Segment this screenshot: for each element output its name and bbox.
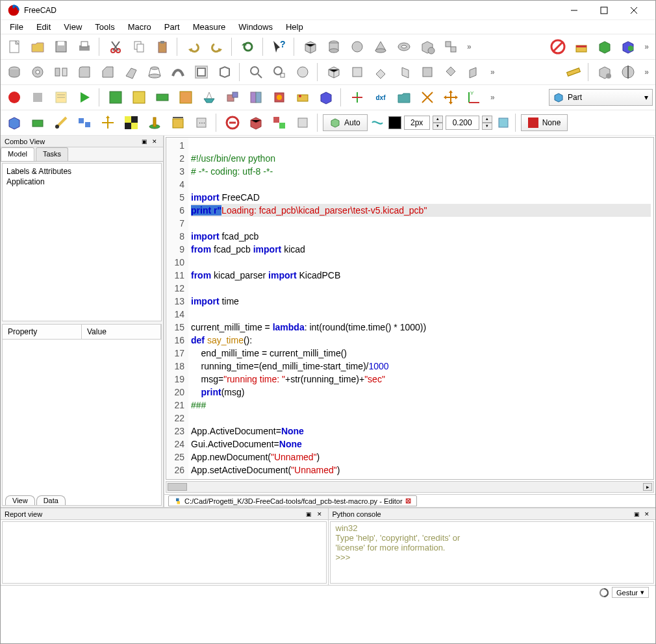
tab-view[interactable]: View (5, 495, 35, 505)
ksu-5[interactable] (198, 86, 220, 108)
cross-section-button[interactable] (617, 61, 639, 83)
refresh-button[interactable] (237, 36, 259, 58)
copy-button[interactable] (128, 36, 150, 58)
ksu-10[interactable] (315, 86, 337, 108)
pyconsole-close-button[interactable]: ✕ (642, 510, 651, 519)
view-left-button[interactable] (463, 61, 485, 83)
ksu-6[interactable] (221, 86, 244, 108)
ksub-10[interactable] (221, 112, 244, 134)
sweep-button[interactable] (167, 61, 189, 83)
menu-view[interactable]: View (58, 21, 87, 33)
save-button[interactable] (50, 36, 72, 58)
tab-data[interactable]: Data (36, 495, 66, 505)
python-console-body[interactable]: win32 Type 'help', 'copyright', 'credits… (330, 521, 655, 584)
menu-edit[interactable]: Edit (31, 21, 56, 33)
cube-green-icon[interactable] (594, 36, 616, 58)
ksub-3[interactable] (50, 112, 72, 134)
ksub-2[interactable] (27, 112, 49, 134)
mirror-button[interactable] (50, 61, 72, 83)
ksu-8[interactable] (268, 86, 290, 108)
zoom-fit-button[interactable] (245, 61, 267, 83)
view-front-button[interactable] (346, 61, 368, 83)
toolbar-overflow-icon-2[interactable]: » (640, 42, 653, 51)
panel-float-button[interactable]: ▣ (140, 137, 149, 146)
ksu-2[interactable] (128, 86, 150, 108)
minimize-button[interactable] (559, 1, 589, 20)
ksub-13[interactable] (292, 112, 314, 134)
thickness-button[interactable] (214, 61, 236, 83)
toolbar-overflow-4[interactable]: » (640, 68, 653, 77)
ksu-4[interactable] (175, 86, 197, 108)
move-icon[interactable] (440, 86, 462, 108)
view-rear-button[interactable] (416, 61, 438, 83)
view-right-button[interactable] (393, 61, 415, 83)
measure-button[interactable] (562, 61, 585, 83)
ksub-4[interactable] (73, 112, 95, 134)
menu-part[interactable]: Part (159, 21, 185, 33)
ruled-surface-button[interactable] (120, 61, 142, 83)
part-torus-button[interactable] (393, 36, 415, 58)
zoom-select-button[interactable] (268, 61, 290, 83)
editor-file-tab[interactable]: C:/Cad/Progetti_K/3D-FreeCad-tools/fcad_… (168, 495, 417, 506)
section-button[interactable] (594, 61, 616, 83)
prop-col-property[interactable]: Property (3, 325, 82, 339)
editor-tab-close[interactable]: ⊠ (405, 497, 411, 505)
part-primitive-button[interactable] (416, 36, 438, 58)
close-button[interactable] (619, 1, 649, 20)
maximize-button[interactable] (589, 1, 619, 20)
undo-button[interactable] (183, 36, 205, 58)
ksub-8[interactable] (167, 112, 189, 134)
part-cylinder-button[interactable] (323, 36, 345, 58)
print-button[interactable] (73, 36, 95, 58)
hscroll-right[interactable]: ▸ (643, 483, 652, 491)
ksu-7[interactable] (245, 86, 267, 108)
part-box-button[interactable] (299, 36, 322, 58)
view-top-button[interactable] (370, 61, 392, 83)
code-editor[interactable]: 1234567891011121314151617181920212223242… (166, 137, 654, 480)
toolbar-overflow-icon[interactable]: » (463, 42, 475, 51)
offset3d-button[interactable] (190, 61, 212, 83)
code-content[interactable]: #!/usr/bin/env python # -*- coding: utf-… (188, 138, 653, 479)
cut-button[interactable] (105, 36, 127, 58)
macro-run-button[interactable] (73, 86, 95, 108)
macro-list-button[interactable] (50, 86, 72, 108)
view-iso-button[interactable] (323, 61, 345, 83)
whatsthis-button[interactable]: ? (268, 36, 290, 58)
redo-button[interactable] (206, 36, 228, 58)
console-prompt[interactable]: >>> (336, 552, 649, 562)
ksu-9[interactable] (292, 86, 314, 108)
line-color-swatch[interactable] (388, 116, 401, 129)
paste-button[interactable] (151, 36, 173, 58)
stop-icon[interactable] (547, 36, 569, 58)
pyconsole-float-button[interactable]: ▣ (632, 510, 641, 519)
workbench-selector[interactable]: Part ▾ (549, 89, 653, 106)
linewidth-input[interactable] (404, 116, 430, 130)
menu-windows[interactable]: Windows (233, 21, 278, 33)
report-view-body[interactable] (2, 521, 327, 584)
draw-style-button[interactable] (292, 61, 314, 83)
toolbar-overflow-5[interactable]: » (486, 93, 499, 102)
part-sphere-button[interactable] (346, 36, 368, 58)
ksu-3[interactable] (151, 86, 173, 108)
ksub-7[interactable] (144, 112, 166, 134)
panel-close-button[interactable]: ✕ (150, 137, 159, 146)
part-cone-button[interactable] (370, 36, 392, 58)
ksub-11[interactable] (245, 112, 267, 134)
gift-icon[interactable] (570, 36, 592, 58)
linewidth-spinner[interactable]: ▴▾ (433, 116, 443, 130)
folder-blue-icon[interactable] (393, 86, 415, 108)
linevalue-input[interactable] (446, 116, 479, 130)
apply-style-icon[interactable] (495, 114, 512, 131)
loft-button[interactable] (144, 61, 166, 83)
ksub-1[interactable] (3, 112, 25, 134)
toolbar-overflow-3[interactable]: » (486, 68, 499, 77)
extrude-button[interactable] (3, 61, 25, 83)
nav-style-selector[interactable]: Gestur▾ (612, 587, 649, 598)
view-bottom-button[interactable] (440, 61, 462, 83)
hscroll-thumb[interactable] (168, 483, 187, 491)
axis-icon[interactable] (346, 86, 368, 108)
menu-tools[interactable]: Tools (90, 21, 120, 33)
ksub-6[interactable] (120, 112, 142, 134)
revolve-button[interactable] (27, 61, 49, 83)
flat-draw-icon[interactable] (369, 114, 386, 131)
